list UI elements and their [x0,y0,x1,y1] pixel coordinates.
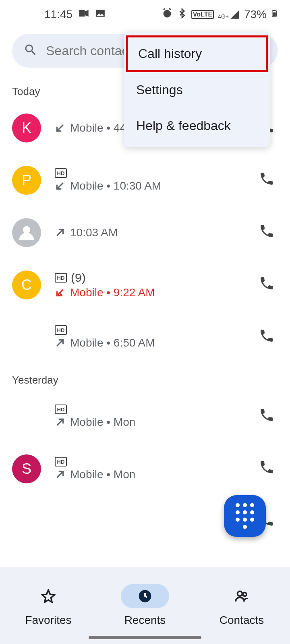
call-row[interactable]: HDMobile • Mon [0,390,290,443]
call-detail: Mobile • 44 [70,122,126,134]
search-icon [23,43,38,59]
people-icon [218,584,266,608]
section-header: Yesterday [0,363,290,390]
nav-favorites[interactable]: Favorites [0,567,97,644]
hd-icon: HD [55,457,67,466]
avatar[interactable]: C [12,270,41,299]
call-direction-outgoing-icon [55,469,65,480]
outlook-icon [78,8,89,22]
bottom-nav: FavoritesRecentsContacts [0,567,290,644]
dialpad-icon [236,503,254,529]
call-direction-outgoing-icon [55,227,65,238]
nav-contacts[interactable]: Contacts [193,567,290,644]
svg-point-2 [163,10,171,17]
call-row[interactable]: SHDMobile • Mon [0,443,290,495]
call-button[interactable] [259,328,278,347]
call-button[interactable] [259,407,278,426]
signal-icon: 4G+ [218,9,240,20]
avatar[interactable] [12,218,41,247]
menu-item-help-feedback[interactable]: Help & feedback [124,108,270,144]
dialpad-fab[interactable] [224,495,266,537]
battery-pct: 73% [244,8,267,21]
volte-icon: VoLTE [191,10,214,19]
gesture-bar [89,636,201,639]
nav-recents[interactable]: Recents [97,567,193,644]
avatar[interactable]: K [12,114,41,142]
bluetooth-icon [177,8,187,21]
call-row[interactable]: HDMobile • 6:50 AM [0,311,290,363]
call-count: (9) [71,271,86,285]
call-detail: Mobile • 6:50 AM [70,336,155,349]
call-button[interactable] [259,459,278,479]
call-direction-outgoing-icon [55,417,65,427]
clock-icon [121,584,169,608]
call-row[interactable]: CHD(9)Mobile • 9:22 AM [0,259,290,311]
nav-label: Recents [124,614,166,627]
call-row[interactable]: 10:03 AM [0,206,290,259]
hd-icon: HD [55,168,67,178]
call-button[interactable] [259,223,278,242]
call-button[interactable] [259,171,278,190]
nav-label: Favorites [25,614,71,627]
call-button[interactable] [259,275,278,295]
status-time: 11:45 [44,8,72,21]
svg-rect-0 [79,10,85,16]
status-bar: 11:45 VoLTE 4G+ 73% [0,0,290,29]
alarm-icon [162,8,173,22]
call-detail: Mobile • 9:22 AM [70,286,155,299]
svg-point-9 [243,592,246,596]
avatar[interactable]: P [12,166,41,195]
photo-icon [95,8,106,21]
menu-item-call-history[interactable]: Call history [126,35,268,72]
hd-icon: HD [55,273,67,283]
svg-rect-5 [273,10,276,10]
overflow-menu: Call historySettingsHelp & feedback [124,32,270,147]
svg-rect-4 [273,12,276,16]
call-direction-outgoing-icon [55,338,65,348]
svg-point-6 [23,226,30,233]
call-direction-incoming-icon [55,181,65,191]
hd-icon: HD [55,405,67,414]
battery-icon [271,8,278,22]
call-direction-missed-icon [55,287,65,298]
avatar[interactable]: S [12,454,41,483]
call-direction-incoming-icon [55,123,65,133]
menu-item-settings[interactable]: Settings [124,72,270,108]
nav-label: Contacts [220,614,264,627]
star-icon [24,584,72,608]
call-detail: Mobile • 10:30 AM [70,180,161,192]
call-row[interactable]: PHDMobile • 10:30 AM [0,154,290,206]
hd-icon: HD [55,325,67,335]
call-detail: 10:03 AM [70,226,118,239]
call-detail: Mobile • Mon [70,416,135,429]
call-detail: Mobile • Mon [70,468,135,481]
svg-point-8 [238,591,242,596]
